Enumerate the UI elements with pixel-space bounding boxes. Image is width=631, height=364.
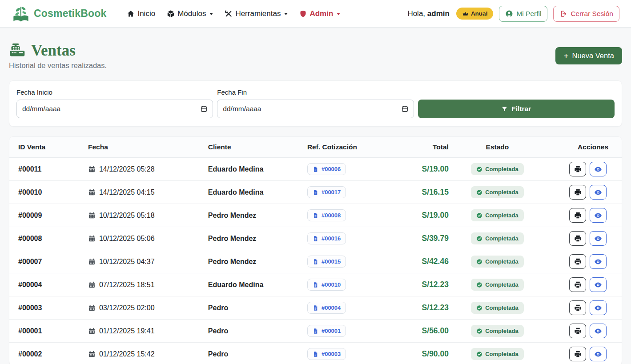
start-date-input[interactable] (16, 100, 213, 118)
sale-actions-cell (537, 296, 622, 320)
end-date-input[interactable] (217, 100, 414, 118)
file-icon (313, 236, 318, 242)
user-greeting: Hola, admin (407, 9, 449, 18)
sale-status-cell: Completada (458, 273, 537, 296)
sale-status-cell: Completada (458, 204, 537, 227)
sale-client: Pedro (199, 320, 298, 343)
new-sale-label: Nueva Venta (572, 52, 615, 60)
view-button[interactable] (590, 231, 607, 246)
sale-date-cell: 01/12/2025 19:41 (79, 320, 199, 343)
sale-id: #00003 (9, 296, 79, 320)
view-button[interactable] (590, 277, 607, 292)
file-icon (313, 305, 318, 311)
status-badge: Completada (471, 209, 523, 221)
calendar-icon (88, 188, 96, 196)
status-label: Completada (485, 189, 518, 196)
sale-ref-cell: #00001 (298, 320, 401, 343)
sales-table-card: ID Venta Fecha Cliente Ref. Cotización T… (9, 136, 622, 364)
print-button[interactable] (569, 300, 586, 315)
logout-button[interactable]: Cerrar Sesión (553, 6, 619, 22)
eye-icon (594, 188, 602, 196)
quote-ref-badge[interactable]: #00006 (307, 163, 346, 175)
calendar-icon (88, 235, 96, 242)
quote-ref-label: #00001 (322, 328, 341, 334)
brand-logo[interactable]: CosmetikBook (12, 5, 106, 23)
main-nav: Inicio Módulos Herramientas Admin (127, 9, 340, 18)
sale-client: Eduardo Medina (199, 273, 298, 296)
sale-client: Pedro (199, 343, 298, 364)
quote-ref-badge[interactable]: #00015 (307, 256, 346, 268)
quote-ref-label: #00006 (322, 166, 341, 172)
filter-card: Fecha Inicio Fecha Fin (9, 80, 622, 127)
shield-icon (299, 10, 307, 18)
sale-client: Pedro Mendez (199, 227, 298, 250)
view-button[interactable] (590, 185, 607, 200)
sale-client: Pedro (199, 296, 298, 320)
nav-item-modulos[interactable]: Módulos (167, 9, 213, 18)
quote-ref-badge[interactable]: #00016 (307, 232, 346, 244)
print-button[interactable] (569, 185, 586, 200)
quote-ref-label: #00015 (322, 258, 341, 265)
view-button[interactable] (590, 254, 607, 269)
status-badge: Completada (471, 279, 523, 291)
status-label: Completada (485, 166, 518, 172)
print-button[interactable] (569, 347, 586, 361)
filter-button[interactable]: Filtrar (418, 100, 615, 118)
print-button[interactable] (569, 231, 586, 246)
eye-icon (594, 327, 602, 335)
nav-label: Inicio (137, 9, 155, 18)
sale-total: S/56.00 (401, 320, 458, 343)
sale-total: S/19.00 (401, 158, 458, 181)
print-button[interactable] (569, 162, 586, 176)
nav-item-herramientas[interactable]: Herramientas (225, 9, 288, 18)
view-button[interactable] (590, 324, 607, 338)
view-button[interactable] (590, 162, 607, 176)
nav-item-admin[interactable]: Admin (299, 9, 340, 18)
view-button[interactable] (590, 347, 607, 361)
quote-ref-badge[interactable]: #00001 (307, 325, 346, 337)
calendar-picker-icon[interactable] (401, 105, 409, 113)
new-sale-button[interactable]: + Nueva Venta (555, 47, 622, 64)
navbar: CosmetikBook Inicio Módulos Herramientas… (0, 0, 631, 28)
file-icon (313, 212, 318, 219)
quote-ref-badge[interactable]: #00008 (307, 209, 346, 221)
eye-icon (594, 258, 602, 266)
print-button[interactable] (569, 208, 586, 223)
chevron-down-icon (284, 13, 288, 15)
quote-ref-badge[interactable]: #00004 (307, 302, 346, 314)
sale-total: S/90.00 (401, 343, 458, 364)
calendar-icon (88, 212, 96, 219)
check-circle-icon (476, 351, 482, 357)
start-date-field: Fecha Inicio (16, 88, 213, 118)
eye-icon (594, 165, 602, 173)
nav-item-inicio[interactable]: Inicio (127, 9, 155, 18)
quote-ref-badge[interactable]: #00003 (307, 348, 346, 360)
navbar-right: Hola, admin Anual Mi Perfil Cerrar Sesió… (407, 6, 619, 22)
quote-ref-badge[interactable]: #00010 (307, 279, 346, 291)
check-circle-icon (476, 212, 482, 219)
profile-button[interactable]: Mi Perfil (499, 6, 547, 22)
sale-date: 10/12/2025 05:18 (99, 212, 155, 220)
calendar-icon (88, 281, 96, 288)
print-button[interactable] (569, 277, 586, 292)
sale-id: #00010 (9, 181, 79, 204)
status-label: Completada (485, 304, 518, 311)
calendar-picker-icon[interactable] (200, 105, 208, 113)
sale-total: S/42.46 (401, 250, 458, 273)
table-row: #00003 03/12/2025 02:00 Pe (9, 296, 622, 320)
print-button[interactable] (569, 324, 586, 338)
view-button[interactable] (590, 208, 607, 223)
calendar-icon (88, 258, 96, 265)
plan-badge: Anual (456, 8, 494, 20)
printer-icon (574, 165, 582, 173)
status-badge: Completada (471, 256, 523, 268)
sale-client: Eduardo Medina (199, 158, 298, 181)
print-button[interactable] (569, 254, 586, 269)
table-row: #00007 10/12/2025 04:37 Pe (9, 250, 622, 273)
quote-ref-badge[interactable]: #00017 (307, 186, 346, 198)
view-button[interactable] (590, 300, 607, 315)
sale-status-cell: Completada (458, 181, 537, 204)
col-id-venta: ID Venta (9, 137, 79, 158)
filter-button-label: Filtrar (511, 105, 531, 113)
sale-ref-cell: #00016 (298, 227, 401, 250)
